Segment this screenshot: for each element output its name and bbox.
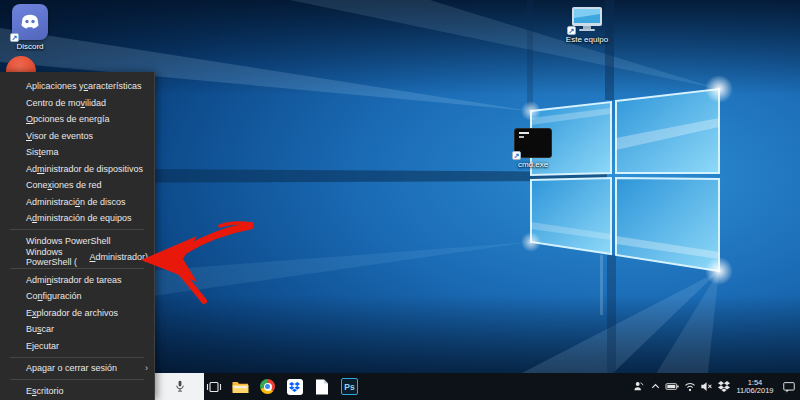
- menu-item-run[interactable]: Ejecutar: [0, 338, 154, 355]
- menu-item-task-manager[interactable]: Administrador de tareas: [0, 272, 154, 289]
- clock-date: 11/06/2019: [732, 387, 778, 396]
- people-button[interactable]: [630, 373, 647, 400]
- windows-desktop: ↗ Discord ↗ Este equipo ↗ cmd.exe: [0, 0, 800, 400]
- chevron-up-icon: [650, 381, 661, 392]
- menu-item-mobility-center[interactable]: Centro de movilidad: [0, 95, 154, 112]
- menu-item-computer-management[interactable]: Administración de equipos: [0, 210, 154, 227]
- shortcut-arrow-icon: ↗: [567, 26, 576, 35]
- tray-overflow-button[interactable]: [647, 373, 664, 400]
- file-explorer-icon: [232, 380, 249, 394]
- volume-muted-icon: [700, 380, 714, 393]
- network-button[interactable]: [681, 373, 698, 400]
- submenu-chevron-icon: ›: [145, 363, 148, 373]
- volume-button[interactable]: [698, 373, 715, 400]
- file-explorer-button[interactable]: [227, 373, 254, 400]
- photoshop-button[interactable]: Ps: [336, 373, 363, 400]
- menu-item-powershell-admin[interactable]: Windows PowerShell (Administrador): [0, 249, 154, 266]
- desktop-icon-cmd[interactable]: ↗ cmd.exe: [508, 128, 558, 169]
- dropbox-tray-icon: [718, 381, 730, 392]
- desktop-icon-label: Este equipo: [566, 35, 608, 44]
- menu-separator: [10, 357, 144, 358]
- battery-button[interactable]: [664, 373, 681, 400]
- action-center-icon: [782, 380, 796, 394]
- task-view-icon: [206, 379, 222, 395]
- desktop-icon-este-equipo[interactable]: ↗ Este equipo: [556, 5, 618, 44]
- menu-item-event-viewer[interactable]: Visor de eventos: [0, 128, 154, 145]
- shortcut-arrow-icon: ↗: [10, 33, 19, 42]
- document-icon: [315, 379, 329, 395]
- notepad-button[interactable]: [308, 373, 335, 400]
- chrome-icon: [260, 379, 275, 394]
- menu-item-device-manager[interactable]: Administrador de dispositivos: [0, 161, 154, 178]
- menu-item-disk-management[interactable]: Administración de discos: [0, 194, 154, 211]
- menu-item-network-connections[interactable]: Conexiones de red: [0, 177, 154, 194]
- dropbox-button[interactable]: [281, 373, 308, 400]
- menu-separator: [10, 379, 144, 380]
- menu-separator: [10, 229, 144, 230]
- menu-item-power-options[interactable]: Opciones de energía: [0, 111, 154, 128]
- dropbox-tray-button[interactable]: [715, 373, 732, 400]
- search-input[interactable]: [155, 373, 204, 400]
- desktop-icon-label: cmd.exe: [518, 160, 548, 169]
- clock[interactable]: 1:54 11/06/2019: [732, 378, 778, 396]
- desktop-icon-discord[interactable]: ↗ Discord: [6, 4, 54, 51]
- battery-icon: [665, 380, 680, 393]
- chrome-button[interactable]: [254, 373, 281, 400]
- menu-item-desktop[interactable]: Escritorio: [0, 383, 154, 400]
- menu-item-apps-features[interactable]: Aplicaciones y características: [0, 78, 154, 95]
- menu-item-settings[interactable]: Configuración: [0, 288, 154, 305]
- people-icon: [632, 380, 645, 393]
- shortcut-arrow-icon: ↗: [512, 151, 521, 160]
- winx-menu: Aplicaciones y características Centro de…: [0, 72, 155, 400]
- system-tray: 1:54 11/06/2019: [630, 373, 800, 400]
- photoshop-icon: Ps: [341, 378, 358, 395]
- task-view-button[interactable]: [200, 373, 227, 400]
- menu-item-file-explorer[interactable]: Explorador de archivos: [0, 305, 154, 322]
- microphone-icon: [173, 379, 187, 394]
- menu-separator: [10, 268, 144, 269]
- menu-item-search[interactable]: Buscar: [0, 321, 154, 338]
- wifi-icon: [683, 380, 697, 393]
- menu-item-system[interactable]: Sistema: [0, 144, 154, 161]
- menu-item-shutdown[interactable]: Apagar o cerrar sesión›: [0, 360, 154, 377]
- dropbox-icon: [287, 379, 303, 395]
- desktop-icon-label: Discord: [16, 42, 43, 51]
- action-center-button[interactable]: [778, 373, 800, 400]
